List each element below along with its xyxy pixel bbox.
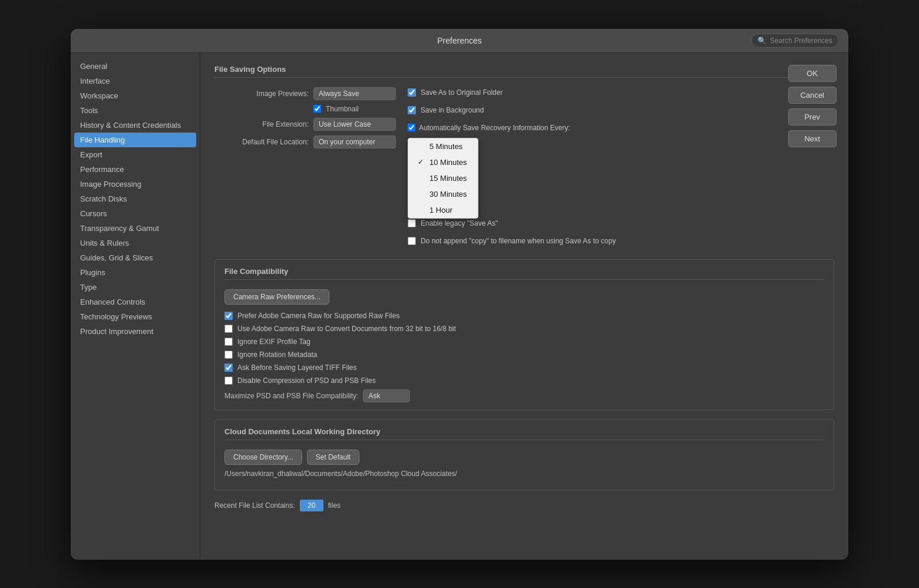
sidebar-item-guides[interactable]: Guides, Grid & Slices <box>71 250 200 265</box>
thumbnail-checkbox[interactable] <box>313 105 321 113</box>
image-previews-select[interactable]: Always Save <box>313 87 396 100</box>
sidebar-item-enhanced[interactable]: Enhanced Controls <box>71 295 200 309</box>
save-as-original-row: Save As to Original Folder <box>408 88 616 97</box>
disable-compression-label: Disable Compression of PSD and PSB Files <box>237 376 376 385</box>
dropdown-label-1hour: 1 Hour <box>429 206 452 214</box>
auto-save-checkbox[interactable] <box>408 124 415 131</box>
search-icon: 🔍 <box>758 37 766 45</box>
do-not-append-row: Do not append "copy" to filename when us… <box>408 237 616 245</box>
prev-button[interactable]: Prev <box>788 108 837 125</box>
dropdown-label-10min: 10 Minutes <box>429 158 467 167</box>
search-bar[interactable]: 🔍 Search Preferences <box>751 34 839 48</box>
save-background-row: Save in Background <box>408 106 616 114</box>
maximize-row: Maximize PSD and PSB File Compatibility:… <box>224 389 824 402</box>
titlebar: Preferences 🔍 Search Preferences <box>71 29 848 53</box>
do-not-append-label: Do not append "copy" to filename when us… <box>421 237 616 245</box>
choose-dir-btn[interactable]: Choose Directory... <box>224 450 302 465</box>
ask-tiff-label: Ask Before Saving Layered TIFF Files <box>237 364 357 372</box>
dropdown-label-5min: 5 Minutes <box>429 142 462 151</box>
ignore-rotation-label: Ignore Rotation Metadata <box>237 351 317 359</box>
recent-value-input[interactable] <box>300 500 323 511</box>
sidebar-item-plugins[interactable]: Plugins <box>71 265 200 280</box>
dropdown-item-10min[interactable]: ✓ 10 Minutes <box>408 154 478 170</box>
do-not-append-checkbox[interactable] <box>408 237 416 245</box>
right-buttons: OK Cancel Prev Next <box>788 65 837 147</box>
sidebar-item-history[interactable]: History & Content Credentials <box>71 118 200 133</box>
auto-save-label: Automatically Save Recovery Information … <box>419 124 570 132</box>
sidebar-item-cursors[interactable]: Cursors <box>71 206 200 221</box>
cloud-path: /Users/navkiran_dhaliwal/Documents/Adobe… <box>224 470 824 478</box>
ignore-rotation-row: Ignore Rotation Metadata <box>224 351 824 359</box>
check-30min <box>418 190 426 198</box>
use-camera-raw-checkbox[interactable] <box>224 325 233 333</box>
sidebar: General Interface Workspace Tools Histor… <box>71 53 200 560</box>
sidebar-item-scratch-disks[interactable]: Scratch Disks <box>71 191 200 206</box>
check-15min <box>418 174 426 182</box>
cloud-title: Cloud Documents Local Working Directory <box>224 427 824 440</box>
default-location-select[interactable]: On your computer <box>313 136 396 148</box>
use-camera-raw-row: Use Adobe Camera Raw to Convert Document… <box>224 325 824 333</box>
sidebar-item-interface[interactable]: Interface <box>71 74 200 88</box>
camera-raw-btn[interactable]: Camera Raw Preferences... <box>224 289 329 305</box>
disable-compression-checkbox[interactable] <box>224 376 233 385</box>
sidebar-item-file-handling[interactable]: File Handling <box>74 133 196 147</box>
ignore-rotation-checkbox[interactable] <box>224 351 233 359</box>
enable-legacy-checkbox[interactable] <box>408 219 416 227</box>
save-in-background-checkbox[interactable] <box>408 106 416 114</box>
sidebar-item-units[interactable]: Units & Rulers <box>71 236 200 250</box>
sidebar-item-performance[interactable]: Performance <box>71 162 200 177</box>
recent-suffix: files <box>328 501 341 510</box>
maximize-select[interactable]: Ask <box>363 389 410 402</box>
cloud-section: Cloud Documents Local Working Directory … <box>214 419 834 490</box>
prefer-camera-raw-checkbox[interactable] <box>224 312 233 320</box>
check-10min: ✓ <box>418 158 426 166</box>
file-compat-title: File Compatibility <box>224 267 824 280</box>
file-saving-section: File Saving Options Image Previews: Alwa… <box>214 65 834 250</box>
content-area: General Interface Workspace Tools Histor… <box>71 53 848 560</box>
check-1hour <box>418 206 426 214</box>
dropdown-item-1hour[interactable]: 1 Hour <box>408 202 478 218</box>
sidebar-item-workspace[interactable]: Workspace <box>71 88 200 103</box>
dropdown-item-30min[interactable]: 30 Minutes <box>408 186 478 202</box>
sidebar-item-image-processing[interactable]: Image Processing <box>71 177 200 191</box>
file-extension-label: File Extension: <box>214 120 309 128</box>
thumbnail-label: Thumbnail <box>326 105 359 113</box>
sidebar-item-general[interactable]: General <box>71 59 200 74</box>
preferences-window: Preferences 🔍 Search Preferences General… <box>71 29 848 560</box>
sidebar-item-type[interactable]: Type <box>71 280 200 295</box>
main-content: OK Cancel Prev Next File Saving Options … <box>200 53 848 560</box>
save-as-original-checkbox[interactable] <box>408 88 416 97</box>
ignore-exif-label: Ignore EXIF Profile Tag <box>237 338 310 346</box>
dropdown-label-15min: 15 Minutes <box>429 174 467 183</box>
dropdown-label-30min: 30 Minutes <box>429 190 467 199</box>
set-default-btn[interactable]: Set Default <box>307 450 359 465</box>
auto-save-dropdown[interactable]: 5 Minutes ✓ 10 Minutes 15 Minutes <box>408 138 478 219</box>
file-saving-title: File Saving Options <box>214 65 834 78</box>
check-5min <box>418 142 426 150</box>
ignore-exif-row: Ignore EXIF Profile Tag <box>224 338 824 346</box>
sidebar-item-tools[interactable]: Tools <box>71 103 200 118</box>
ignore-exif-checkbox[interactable] <box>224 338 233 346</box>
cloud-buttons: Choose Directory... Set Default <box>224 450 824 465</box>
ok-button[interactable]: OK <box>788 65 837 82</box>
ask-tiff-row: Ask Before Saving Layered TIFF Files <box>224 364 824 372</box>
sidebar-item-product[interactable]: Product Improvement <box>71 324 200 339</box>
default-location-label: Default File Location: <box>214 138 309 146</box>
search-placeholder: Search Preferences <box>770 37 832 45</box>
dropdown-item-15min[interactable]: 15 Minutes <box>408 170 478 186</box>
sidebar-item-technology[interactable]: Technology Previews <box>71 309 200 324</box>
maximize-label: Maximize PSD and PSB File Compatibility: <box>224 392 358 400</box>
cancel-button[interactable]: Cancel <box>788 87 837 104</box>
sidebar-item-transparency[interactable]: Transparency & Gamut <box>71 221 200 236</box>
save-in-background-label: Save in Background <box>421 106 484 114</box>
window-title: Preferences <box>437 36 481 45</box>
ask-tiff-checkbox[interactable] <box>224 364 233 372</box>
recent-file-row: Recent File List Contains: files <box>214 500 834 511</box>
dropdown-item-5min[interactable]: 5 Minutes <box>408 138 478 154</box>
file-extension-select[interactable]: Use Lower Case <box>313 118 396 131</box>
sidebar-item-export[interactable]: Export <box>71 147 200 162</box>
next-button[interactable]: Next <box>788 130 837 147</box>
enable-legacy-row: Enable legacy "Save As" <box>408 219 616 227</box>
enable-legacy-label: Enable legacy "Save As" <box>421 219 498 227</box>
file-compat-section: File Compatibility Camera Raw Preference… <box>214 259 834 410</box>
